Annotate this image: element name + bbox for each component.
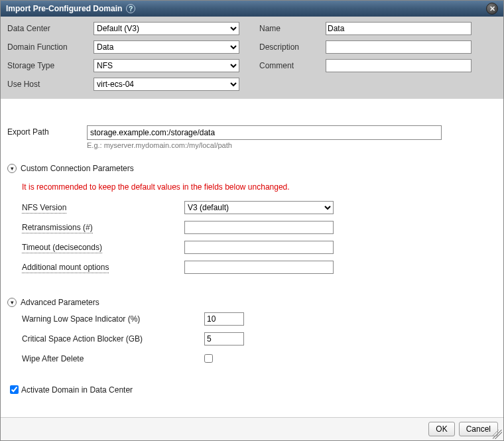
nfs-version-select[interactable]: V3 (default)	[184, 201, 334, 214]
name-label: Name	[259, 24, 326, 33]
help-icon[interactable]: ?	[126, 4, 135, 13]
dialog-body: Export Path E.g.: myserver.mydomain.com:…	[1, 99, 503, 417]
wipe-label: Wipe After Delete	[22, 354, 84, 363]
mount-options-input[interactable]	[184, 261, 334, 274]
retransmissions-input[interactable]	[184, 221, 334, 234]
top-form: Data Center Default (V3) Name Domain Fun…	[1, 17, 503, 99]
warning-low-label: Warning Low Space Indicator (%)	[22, 314, 140, 324]
resize-grip[interactable]	[493, 430, 502, 439]
retransmissions-label: Retransmissions (#)	[22, 223, 93, 233]
warning-low-input[interactable]	[204, 312, 244, 326]
storage-type-select[interactable]: NFS	[94, 59, 239, 72]
export-path-label: Export Path	[7, 125, 87, 137]
custom-warning: It is recommended to keep the default va…	[22, 182, 494, 192]
chevron-down-icon: ▾	[7, 298, 17, 307]
domain-function-select[interactable]: Data	[94, 40, 239, 54]
export-path-input[interactable]	[87, 125, 442, 140]
storage-type-label: Storage Type	[7, 61, 94, 70]
button-bar: OK Cancel	[1, 417, 503, 440]
domain-function-label: Domain Function	[7, 42, 94, 52]
ok-button[interactable]: OK	[428, 422, 454, 436]
timeout-label: Timeout (deciseconds)	[22, 243, 102, 253]
close-icon[interactable]: ✕	[486, 3, 498, 15]
custom-parameters-toggle[interactable]: ▾ Custom Connection Parameters	[7, 164, 497, 173]
nfs-version-label: NFS Version	[22, 203, 66, 214]
dialog-title: Import Pre-Configured Domain	[6, 4, 122, 13]
chevron-down-icon: ▾	[7, 164, 17, 173]
advanced-parameters-section: ▾ Advanced Parameters Warning Low Space …	[7, 298, 497, 374]
export-path-row: Export Path E.g.: myserver.mydomain.com:…	[7, 125, 497, 149]
use-host-select[interactable]: virt-ecs-04	[94, 78, 239, 91]
name-input[interactable]	[326, 22, 472, 35]
wipe-checkbox[interactable]	[204, 354, 213, 363]
description-input[interactable]	[326, 40, 472, 54]
advanced-parameters-heading: Advanced Parameters	[21, 298, 99, 307]
activate-label: Activate Domain in Data Center	[21, 385, 133, 395]
custom-parameters-heading: Custom Connection Parameters	[21, 164, 134, 173]
data-center-select[interactable]: Default (V3)	[94, 22, 239, 35]
description-label: Description	[259, 42, 326, 52]
critical-input[interactable]	[204, 332, 244, 346]
activate-checkbox[interactable]	[10, 385, 19, 394]
mount-options-label: Additional mount options	[22, 263, 109, 273]
critical-label: Critical Space Action Blocker (GB)	[22, 334, 143, 344]
data-center-label: Data Center	[7, 24, 94, 33]
comment-input[interactable]	[326, 59, 472, 72]
export-path-hint: E.g.: myserver.mydomain.com:/my/local/pa…	[87, 141, 442, 149]
use-host-label: Use Host	[7, 80, 94, 89]
comment-label: Comment	[259, 61, 326, 70]
advanced-parameters-toggle[interactable]: ▾ Advanced Parameters	[7, 298, 497, 307]
timeout-input[interactable]	[184, 241, 334, 254]
custom-parameters-section: ▾ Custom Connection Parameters It is rec…	[7, 164, 497, 283]
activate-row: Activate Domain in Data Center	[7, 383, 497, 396]
titlebar: Import Pre-Configured Domain ? ✕	[1, 1, 503, 17]
import-domain-dialog: Import Pre-Configured Domain ? ✕ Data Ce…	[0, 0, 504, 441]
